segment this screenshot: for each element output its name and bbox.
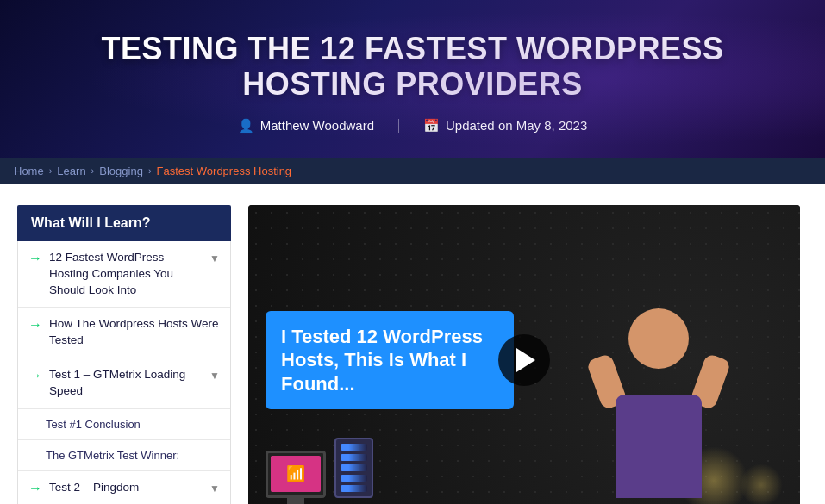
toc-sidebar: What Will I Learn? → 12 Fastest WordPres… <box>17 205 231 504</box>
toc-item-4[interactable]: → Test 2 – Pingdom ▼ <box>18 471 230 504</box>
page-title: TESTING THE 12 FASTEST WORDPRESS HOSTING… <box>68 31 758 103</box>
video-text-overlay: I Tested 12 WordPress Hosts, This Is Wha… <box>266 311 514 410</box>
toc-text-4: Test 2 – Pingdom <box>49 480 139 496</box>
updated-meta: 📅 Updated on May 8, 2023 <box>423 118 587 134</box>
person-body <box>616 395 702 498</box>
toc-header: What Will I Learn? <box>17 205 231 241</box>
breadcrumb-home[interactable]: Home <box>14 165 44 177</box>
toc-item-2-content: → How The Wordpress Hosts Were Tested <box>28 316 220 349</box>
toc-list: → 12 Fastest WordPress Hosting Companies… <box>17 241 231 504</box>
monitor-screen: 📶 <box>271 456 321 492</box>
server-row-5 <box>341 485 367 492</box>
video-devices: 📶 <box>266 438 373 498</box>
author-meta: 👤 Matthew Woodward <box>238 118 374 134</box>
toc-arrow-3: → <box>28 368 42 383</box>
device-server <box>334 438 373 498</box>
toc-text-2: How The Wordpress Hosts Were Tested <box>49 316 220 349</box>
toc-item-2[interactable]: → How The Wordpress Hosts Were Tested <box>18 308 230 358</box>
breadcrumb-learn[interactable]: Learn <box>57 165 85 177</box>
page-header: TESTING THE 12 FASTEST WORDPRESS HOSTING… <box>0 0 825 158</box>
toc-chevron-3: ▼ <box>209 370 220 382</box>
wifi-icon: 📶 <box>286 464 305 483</box>
toc-chevron-4: ▼ <box>209 482 220 495</box>
breadcrumb-blogging[interactable]: Blogging <box>99 165 143 177</box>
updated-date: Updated on May 8, 2023 <box>446 118 587 133</box>
toc-subitem-text-1: Test #1 Conclusion <box>46 418 141 431</box>
server-row-1 <box>341 444 367 451</box>
author-icon: 👤 <box>238 118 254 134</box>
toc-subitem-text-2: The GTMetrix Test Winner: <box>46 449 179 462</box>
header-meta: 👤 Matthew Woodward 📅 Updated on May 8, 2… <box>34 118 791 134</box>
video-background: I Tested 12 WordPress Hosts, This Is Wha… <box>248 205 800 504</box>
server-row-4 <box>341 475 367 482</box>
toc-item-3-content: → Test 1 – GTMetrix Loading Speed <box>28 367 204 400</box>
toc-item-1[interactable]: → 12 Fastest WordPress Hosting Companies… <box>18 241 230 308</box>
video-container: I Tested 12 WordPress Hosts, This Is Wha… <box>248 205 808 504</box>
toc-item-1-content: → 12 Fastest WordPress Hosting Companies… <box>28 250 204 299</box>
toc-arrow-4: → <box>28 481 42 496</box>
toc-subitem-2[interactable]: The GTMetrix Test Winner: <box>18 440 230 471</box>
server-row-3 <box>341 464 367 471</box>
device-monitor: 📶 <box>266 451 326 498</box>
play-button[interactable] <box>498 334 550 386</box>
toc-item-4-content: → Test 2 – Pingdom <box>28 480 204 496</box>
toc-arrow-1: → <box>28 251 42 266</box>
toc-text-3: Test 1 – GTMetrix Loading Speed <box>49 367 204 400</box>
toc-subitem-1[interactable]: Test #1 Conclusion <box>18 409 230 440</box>
person-head <box>628 308 689 369</box>
breadcrumb-sep-1: › <box>49 165 53 176</box>
video-person <box>534 222 783 498</box>
breadcrumb-sep-3: › <box>148 165 152 176</box>
toc-arrow-2: → <box>28 317 42 333</box>
breadcrumb-current: Fastest Wordpress Hosting <box>157 165 292 177</box>
toc-item-3[interactable]: → Test 1 – GTMetrix Loading Speed ▼ <box>18 358 230 409</box>
play-triangle-icon <box>516 348 535 372</box>
video-wrapper[interactable]: I Tested 12 WordPress Hosts, This Is Wha… <box>248 205 800 504</box>
main-content: What Will I Learn? → 12 Fastest WordPres… <box>0 184 825 504</box>
author-name: Matthew Woodward <box>260 118 374 133</box>
meta-divider <box>398 119 399 133</box>
person-silhouette <box>590 308 728 498</box>
server-row-2 <box>341 454 367 461</box>
toc-chevron-1: ▼ <box>209 252 220 264</box>
calendar-icon: 📅 <box>423 118 440 134</box>
breadcrumb-sep-2: › <box>91 165 95 176</box>
breadcrumb: Home › Learn › Blogging › Fastest Wordpr… <box>0 158 825 184</box>
toc-text-1: 12 Fastest WordPress Hosting Companies Y… <box>49 250 204 299</box>
